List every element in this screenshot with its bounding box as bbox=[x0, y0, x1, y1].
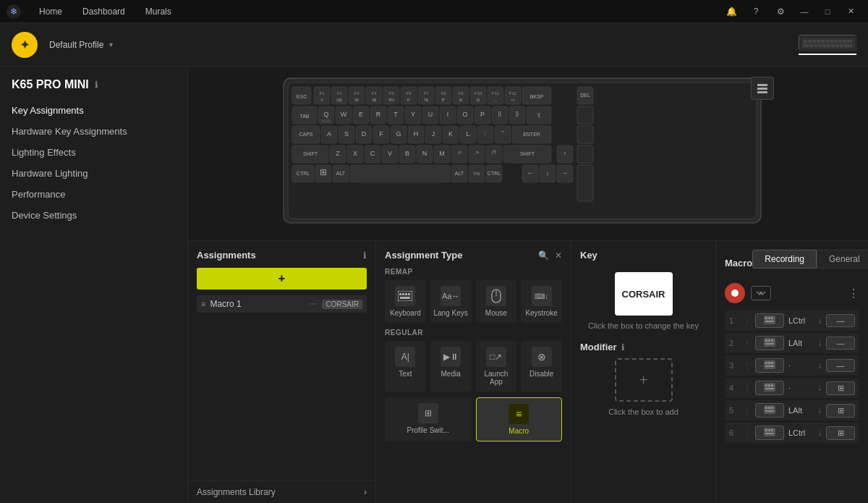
close-button[interactable]: ✕ bbox=[839, 0, 862, 23]
svg-rect-179 bbox=[405, 293, 407, 295]
keyboard-layout-toggle[interactable] bbox=[751, 77, 774, 100]
svg-rect-9 bbox=[825, 40, 829, 43]
keystroke-icon: ⌨↓ bbox=[532, 286, 552, 306]
assignment-type-search-icon[interactable]: 🔍 bbox=[538, 250, 549, 261]
table-row: 2 ⋮ LAlt ↓ — bbox=[725, 333, 859, 353]
assignments-panel: Assignments ℹ + ≡ Macro 1 ⋯ CORSAIR Assi… bbox=[188, 241, 376, 503]
nav-home[interactable]: Home bbox=[30, 0, 71, 23]
type-keystroke[interactable]: ⌨↓ Keystroke bbox=[521, 280, 562, 323]
macro-name: Macro 1 bbox=[210, 299, 305, 309]
record-button[interactable] bbox=[725, 283, 745, 303]
svg-text:.>: .> bbox=[475, 150, 479, 155]
profile-bar: ✦ Default Profile ▾ bbox=[0, 23, 868, 67]
profile-name: Default Profile bbox=[49, 40, 103, 50]
svg-rect-186 bbox=[768, 317, 770, 319]
svg-rect-178 bbox=[402, 293, 404, 295]
type-media[interactable]: ▶⏸ Media bbox=[430, 341, 472, 392]
modifier-hint: Click the box to add bbox=[580, 407, 707, 416]
svg-text:ALT: ALT bbox=[336, 171, 346, 176]
nav-dashboard[interactable]: Dashboard bbox=[74, 0, 134, 23]
svg-text:V: V bbox=[388, 150, 392, 157]
macro-tab-general[interactable]: General bbox=[817, 250, 868, 269]
svg-rect-193 bbox=[765, 343, 774, 345]
nav-murals[interactable]: Murals bbox=[137, 0, 180, 23]
svg-text:R: R bbox=[376, 111, 381, 118]
svg-text:O: O bbox=[462, 111, 467, 118]
sidebar-item-hardware-lighting[interactable]: Hardware Lighting bbox=[0, 163, 187, 184]
svg-text:Y: Y bbox=[411, 111, 415, 118]
disable-label: Disable bbox=[529, 370, 553, 378]
type-disable[interactable]: ⊗ Disable bbox=[521, 341, 562, 392]
sidebar-item-device-settings[interactable]: Device Settings bbox=[0, 205, 187, 226]
maximize-button[interactable]: □ bbox=[816, 0, 839, 23]
sidebar-item-key-assignments[interactable]: Key Assignments bbox=[0, 100, 187, 121]
sidebar-item-hardware-key[interactable]: Hardware Key Assignments bbox=[0, 121, 187, 142]
table-row: 4 ⋮ · ↓ ⊞ bbox=[725, 378, 859, 398]
assignments-info-icon[interactable]: ℹ bbox=[363, 250, 367, 261]
svg-text:]}: ]} bbox=[516, 111, 519, 117]
svg-rect-189 bbox=[764, 338, 775, 347]
svg-rect-7 bbox=[817, 40, 820, 43]
assignments-header: Assignments ℹ bbox=[197, 250, 367, 261]
svg-rect-15 bbox=[803, 44, 809, 47]
sidebar-item-performance[interactable]: Performance bbox=[0, 184, 187, 205]
svg-text:←: ← bbox=[527, 169, 534, 177]
svg-rect-175 bbox=[757, 91, 767, 93]
type-mouse[interactable]: Mouse bbox=[476, 280, 517, 323]
svg-text:,<: ,< bbox=[457, 150, 461, 155]
svg-text:-_: -_ bbox=[494, 98, 498, 102]
media-icon: ▶⏸ bbox=[441, 347, 461, 367]
svg-rect-19 bbox=[822, 44, 826, 47]
content-area: ESC F1 1! F2 2@ F3 3# F4 4$ F5 5% bbox=[188, 67, 868, 503]
expand-button[interactable] bbox=[751, 286, 771, 300]
svg-rect-188 bbox=[765, 321, 774, 322]
assignment-type-close-icon[interactable]: ✕ bbox=[555, 250, 562, 261]
modifier-info-icon[interactable]: ℹ bbox=[621, 342, 625, 352]
notification-icon[interactable]: 🔔 bbox=[722, 2, 741, 21]
macro-type-icon: ≡ bbox=[509, 404, 529, 424]
type-macro[interactable]: ≡ Macro bbox=[476, 397, 563, 441]
assignments-library-arrow: › bbox=[364, 487, 367, 497]
add-assignment-button[interactable]: + bbox=[197, 268, 367, 289]
minimize-button[interactable]: — bbox=[793, 0, 816, 23]
svg-rect-18 bbox=[818, 44, 822, 47]
launch-app-icon: □↗ bbox=[486, 347, 506, 367]
svg-rect-11 bbox=[834, 40, 838, 43]
svg-text:F10: F10 bbox=[475, 91, 482, 96]
sidebar-item-lighting-effects[interactable]: Lighting Effects bbox=[0, 142, 187, 163]
svg-rect-191 bbox=[768, 339, 770, 342]
svg-rect-196 bbox=[768, 362, 770, 364]
type-lang-keys[interactable]: Aa↔ Lang Keys bbox=[430, 280, 472, 323]
svg-rect-211 bbox=[768, 429, 770, 431]
svg-text:X: X bbox=[353, 150, 357, 157]
macro-tab-recording[interactable]: Recording bbox=[752, 250, 817, 269]
settings-icon[interactable]: ⚙ bbox=[771, 2, 790, 21]
svg-rect-198 bbox=[765, 365, 774, 367]
profile-selector[interactable]: Default Profile ▾ bbox=[49, 40, 113, 50]
type-launch-app[interactable]: □↗ Launch App bbox=[476, 341, 517, 392]
device-info-icon[interactable]: ℹ bbox=[95, 80, 98, 90]
key-display-box[interactable]: CORSAIR bbox=[615, 272, 673, 316]
svg-rect-184 bbox=[764, 316, 775, 324]
keyboard-tab[interactable] bbox=[799, 35, 856, 55]
macro-more-button[interactable]: ⋮ bbox=[848, 287, 859, 300]
svg-text:W: W bbox=[341, 111, 347, 118]
svg-text:S: S bbox=[344, 130, 349, 138]
type-profile-switch[interactable]: ⊞ Profile Swit... bbox=[385, 397, 472, 441]
help-icon[interactable]: ? bbox=[746, 2, 765, 21]
macro-list-dots[interactable]: ⋯ bbox=[309, 299, 318, 309]
macro-tabs: Recording General Advanced bbox=[752, 250, 868, 269]
svg-rect-14 bbox=[847, 40, 852, 43]
assignments-library[interactable]: Assignments Library › bbox=[188, 481, 375, 503]
svg-rect-203 bbox=[765, 388, 774, 389]
modifier-add-box[interactable]: + bbox=[615, 358, 673, 402]
type-keyboard[interactable]: Keyboard bbox=[385, 280, 426, 323]
type-text[interactable]: A| Text bbox=[385, 341, 426, 392]
svg-text:8*: 8* bbox=[442, 98, 446, 102]
sidebar: K65 PRO MINI ℹ Key Assignments Hardware … bbox=[0, 67, 188, 503]
macro-badge: CORSAIR bbox=[322, 300, 362, 309]
svg-rect-180 bbox=[408, 293, 410, 295]
svg-text:CTRL: CTRL bbox=[488, 171, 501, 176]
macro-list-item[interactable]: ≡ Macro 1 ⋯ CORSAIR bbox=[197, 295, 367, 313]
svg-text:N: N bbox=[422, 150, 427, 157]
